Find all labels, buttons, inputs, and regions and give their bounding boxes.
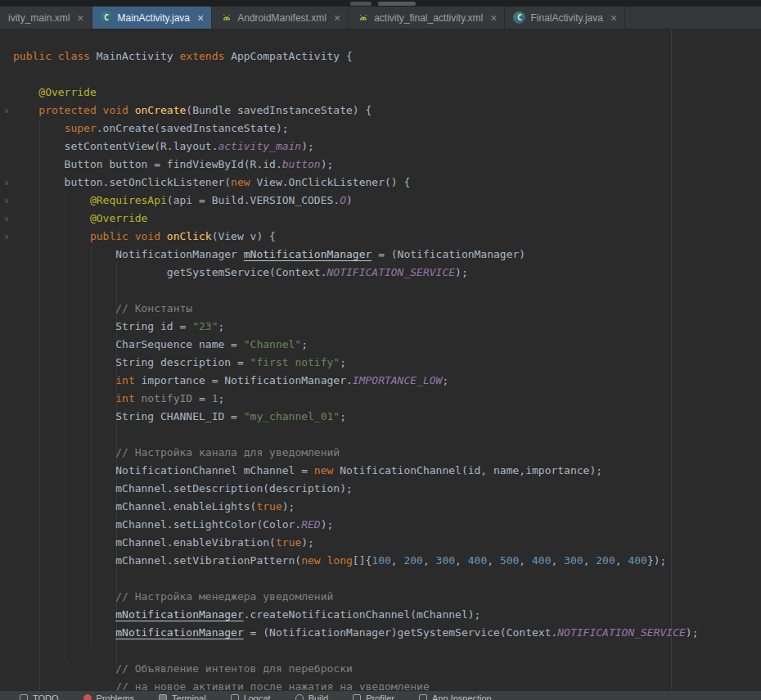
- toolbar-button-remnant[interactable]: [350, 2, 371, 6]
- tab-label: FinalActivity.java: [530, 12, 602, 24]
- code-line[interactable]: public class MainActivity extends AppCom…: [0, 47, 761, 65]
- toolwindow-button-problems[interactable]: Problems: [83, 693, 134, 700]
- code-text: @Override: [13, 210, 147, 228]
- code-line[interactable]: NotificationChannel mChannel = new Notif…: [0, 462, 761, 480]
- code-area[interactable]: public class MainActivity extends AppCom…: [0, 47, 761, 690]
- code-text: NotificationManager mNotificationManager…: [13, 246, 525, 264]
- code-line[interactable]: ∨ protected void onCreate(Bundle savedIn…: [0, 102, 761, 120]
- code-line[interactable]: ∨ public void onClick(View v) {: [0, 228, 761, 246]
- editor-gutter: ∨: [0, 192, 13, 210]
- toolwindow-button-terminal[interactable]: Terminal: [159, 693, 206, 700]
- editor-gutter: [0, 246, 13, 264]
- fold-marker-icon[interactable]: ∨: [4, 107, 10, 115]
- editor-tab-AndroidManifest.xml[interactable]: AndroidManifest.xml×: [212, 7, 349, 29]
- code-line[interactable]: ∨ @Override: [0, 210, 761, 228]
- code-line[interactable]: ∨ button.setOnClickListener(new View.OnC…: [0, 174, 761, 192]
- code-line[interactable]: [0, 570, 761, 588]
- code-text: @RequiresApi(api = Build.VERSION_CODES.O…: [13, 192, 353, 210]
- editor-gutter: [0, 678, 13, 690]
- code-line[interactable]: [0, 65, 761, 84]
- code-text: mChannel.enableVibration(true);: [13, 534, 314, 552]
- code-line[interactable]: mNotificationManager = (NotificationMana…: [0, 624, 761, 642]
- code-line[interactable]: Button button = findViewById(R.id.button…: [0, 156, 761, 174]
- build-icon: [295, 694, 304, 700]
- code-text: String id = "23";: [13, 318, 224, 336]
- editor-gutter: [0, 570, 13, 588]
- code-line[interactable]: mNotificationManager.createNotificationC…: [0, 606, 761, 624]
- code-text: mChannel.setLightColor(Color.RED);: [13, 516, 333, 534]
- profiler-icon: [353, 694, 361, 700]
- editor-gutter: [0, 47, 13, 65]
- code-text: CharSequence name = "Channel";: [13, 336, 308, 354]
- android-icon: [220, 11, 232, 24]
- code-line[interactable]: [0, 426, 761, 444]
- fold-marker-icon[interactable]: ∨: [4, 179, 10, 187]
- code-text: mNotificationManager.createNotificationC…: [13, 606, 480, 624]
- editor-tab-MainActivity.java[interactable]: CMainActivity.java×: [92, 7, 213, 29]
- code-line[interactable]: @Override: [0, 84, 761, 102]
- code-line[interactable]: // Константы: [0, 300, 761, 318]
- code-line[interactable]: mChannel.enableLights(true);: [0, 498, 761, 516]
- app-inspection-icon: [419, 694, 427, 700]
- code-line[interactable]: ∨ @RequiresApi(api = Build.VERSION_CODES…: [0, 192, 761, 210]
- editor-gutter: ∨: [0, 228, 13, 246]
- code-line[interactable]: getSystemService(Context.NOTIFICATION_SE…: [0, 264, 761, 282]
- code-line[interactable]: mChannel.setLightColor(Color.RED);: [0, 516, 761, 534]
- tab-label: ivity_main.xml: [8, 12, 70, 24]
- toolwindow-button-inspection[interactable]: App Inspection: [419, 693, 492, 700]
- editor-tab-bar: ivity_main.xml×CMainActivity.java×Androi…: [0, 7, 761, 29]
- toolwindow-button-profiler[interactable]: Profiler: [353, 693, 394, 700]
- code-text: String description = "first notify";: [13, 354, 346, 372]
- fold-marker-icon[interactable]: ∨: [4, 233, 10, 241]
- code-text: getSystemService(Context.NOTIFICATION_SE…: [13, 264, 468, 282]
- code-line[interactable]: // на новое активити после нажатия на ув…: [0, 678, 761, 690]
- code-text: Button button = findViewById(R.id.button…: [13, 156, 333, 174]
- editor-gutter: [0, 318, 13, 336]
- code-line[interactable]: NotificationManager mNotificationManager…: [0, 246, 761, 264]
- code-text: int notifyID = 1;: [13, 390, 224, 408]
- code-line[interactable]: mChannel.setDescription(description);: [0, 480, 761, 498]
- code-line[interactable]: String id = "23";: [0, 318, 761, 336]
- code-line[interactable]: int notifyID = 1;: [0, 390, 761, 408]
- code-line[interactable]: super.onCreate(savedInstanceState);: [0, 120, 761, 138]
- code-editor[interactable]: public class MainActivity extends AppCom…: [0, 29, 761, 690]
- close-icon[interactable]: ×: [610, 12, 617, 24]
- editor-gutter: [0, 552, 13, 570]
- code-text: mChannel.enableLights(true);: [13, 498, 295, 516]
- editor-gutter: ∨: [0, 174, 13, 192]
- code-line[interactable]: int importance = NotificationManager.IMP…: [0, 372, 761, 390]
- logcat-icon: [231, 694, 239, 700]
- code-text: mChannel.setDescription(description);: [13, 480, 353, 498]
- toolwindow-button-logcat[interactable]: Logcat: [231, 693, 271, 700]
- editor-gutter: [0, 354, 13, 372]
- class-icon: C: [513, 11, 525, 24]
- close-icon[interactable]: ×: [334, 12, 340, 24]
- code-line[interactable]: String description = "first notify";: [0, 354, 761, 372]
- close-icon[interactable]: ×: [490, 12, 497, 24]
- code-line[interactable]: [0, 282, 761, 300]
- fold-marker-icon[interactable]: ∨: [4, 215, 10, 223]
- code-line[interactable]: mChannel.enableVibration(true);: [0, 534, 761, 552]
- code-line[interactable]: [0, 642, 761, 660]
- toolwindow-button-build[interactable]: Build: [295, 693, 328, 700]
- toolwindow-button-todo[interactable]: TODO: [20, 693, 59, 700]
- editor-gutter: [0, 120, 13, 138]
- code-text: // Объявление интентов для переброски: [13, 660, 353, 678]
- fold-marker-icon[interactable]: ∨: [4, 197, 10, 205]
- editor-gutter: [0, 408, 13, 426]
- code-line[interactable]: // Настройка канала для уведомлений: [0, 444, 761, 462]
- close-icon[interactable]: ×: [77, 12, 83, 24]
- editor-tab-ivity_main.xml[interactable]: ivity_main.xml×: [0, 7, 92, 29]
- code-line[interactable]: // Объявление интентов для переброски: [0, 660, 761, 678]
- code-line[interactable]: // Настройка менеджера уведомлений: [0, 588, 761, 606]
- code-line[interactable]: CharSequence name = "Channel";: [0, 336, 761, 354]
- code-line[interactable]: mChannel.setVibrationPattern(new long[]{…: [0, 552, 761, 570]
- editor-tab-activity_final_acttivity.xml[interactable]: activity_final_acttivity.xml×: [349, 7, 505, 29]
- code-line[interactable]: setContentView(R.layout.activity_main);: [0, 138, 761, 156]
- editor-tab-FinalActivity.java[interactable]: CFinalActivity.java×: [505, 7, 625, 29]
- close-icon[interactable]: ×: [197, 12, 204, 24]
- code-line[interactable]: String CHANNEL_ID = "my_channel_01";: [0, 408, 761, 426]
- toolwindow-label: Build: [308, 693, 328, 700]
- editor-gutter: [0, 588, 13, 606]
- toolbar-button-remnant[interactable]: [378, 2, 416, 6]
